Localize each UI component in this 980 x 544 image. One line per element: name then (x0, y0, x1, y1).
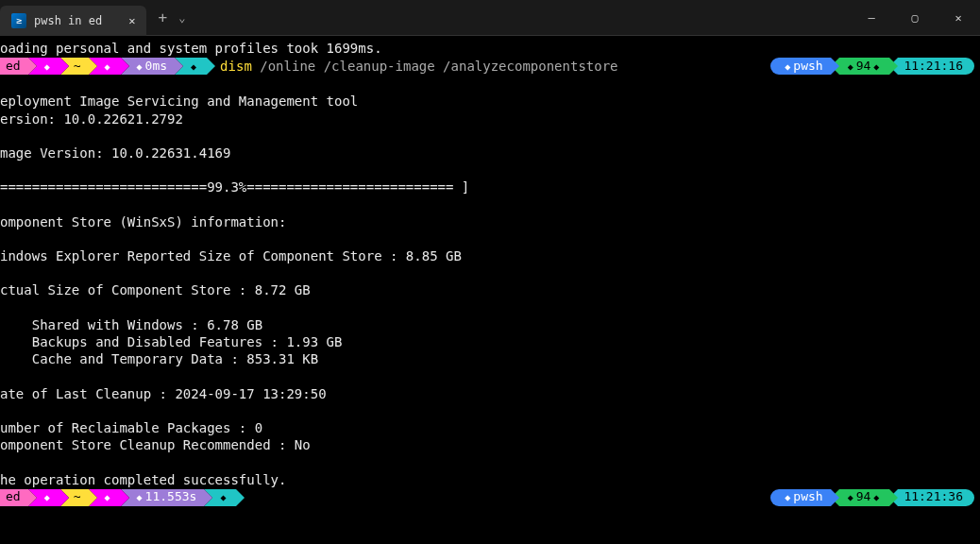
add-tab-button[interactable]: + (158, 8, 167, 26)
seg-time: 11:21:16 (898, 58, 974, 75)
output-line: Shared with Windows : 6.78 GB (0, 316, 980, 333)
output-line (0, 230, 980, 247)
output-line: mage Version: 10.0.22631.4169 (0, 144, 980, 162)
output-line: ==========================99.3%=========… (0, 178, 980, 196)
output-line: eployment Image Servicing and Management… (0, 93, 980, 110)
seg-shell: ◆ pwsh (770, 58, 830, 75)
tab-active[interactable]: ≥ pwsh in ed ✕ (0, 6, 146, 36)
output-line (0, 367, 980, 384)
seg-user: ed (0, 489, 28, 506)
seg-shell: ◆ pwsh (770, 489, 830, 506)
tab-title: pwsh in ed (34, 14, 102, 27)
seg-user: ed (0, 58, 28, 75)
tab-dropdown-icon[interactable]: ⌄ (178, 11, 185, 25)
seg-mem: ◆ 94◆ (839, 489, 890, 506)
output-line: ersion: 10.0.22621.2792 (0, 110, 980, 128)
output-line: Backups and Disabled Features : 1.93 GB (0, 333, 980, 350)
command-text: dism /online /cleanup-image /analyzecomp… (220, 58, 617, 75)
window-titlebar: ≥ pwsh in ed ✕ + ⌄ — ▢ ✕ (0, 0, 980, 36)
window-controls: — ▢ ✕ (850, 0, 980, 35)
output-line: ate of Last Cleanup : 2024-09-17 13:29:5… (0, 385, 980, 402)
powershell-icon: ≥ (11, 13, 26, 28)
terminal-content[interactable]: oading personal and system profiles took… (0, 36, 980, 511)
maximize-button[interactable]: ▢ (893, 0, 937, 35)
output-line: indows Explorer Reported Size of Compone… (0, 247, 980, 264)
seg-duration: ◆ 11.553s (121, 489, 205, 506)
close-window-button[interactable]: ✕ (937, 0, 980, 35)
seg-time: 11:21:36 (898, 489, 974, 506)
output-line (0, 162, 980, 178)
status-right: ◆ pwsh ◆ 94◆ 11:21:36 (770, 489, 974, 506)
prompt-line: ed ◆ ~ ◆ ◆ 11.553s ◆ ◆ pwsh ◆ 94◆ 11:21:… (0, 489, 980, 506)
output-line (0, 453, 980, 470)
output-line: ctual Size of Component Store : 8.72 GB (0, 281, 980, 298)
seg-mem: ◆ 94◆ (839, 58, 890, 75)
status-right: ◆ pwsh ◆ 94◆ 11:21:16 (770, 58, 974, 75)
output-line (0, 128, 980, 144)
tabs-container: ≥ pwsh in ed ✕ + ⌄ (0, 0, 185, 35)
output-line: he operation completed successfully. (0, 471, 980, 488)
output-line (0, 402, 980, 419)
output-line (0, 264, 980, 281)
output-line (0, 299, 980, 316)
output-line: oading personal and system profiles took… (0, 40, 980, 57)
output-line: omponent Store Cleanup Recommended : No (0, 436, 980, 453)
close-tab-icon[interactable]: ✕ (128, 14, 135, 27)
minimize-button[interactable]: — (850, 0, 893, 35)
prompt-line: ed ◆ ~ ◆ ◆ 0ms ◆ dism /online /cleanup-i… (0, 58, 980, 75)
output-line (0, 196, 980, 213)
output-line: umber of Reclaimable Packages : 0 (0, 419, 980, 436)
output-line: Cache and Temporary Data : 853.31 KB (0, 350, 980, 367)
output-line: omponent Store (WinSxS) information: (0, 213, 980, 230)
output-line (0, 76, 980, 93)
